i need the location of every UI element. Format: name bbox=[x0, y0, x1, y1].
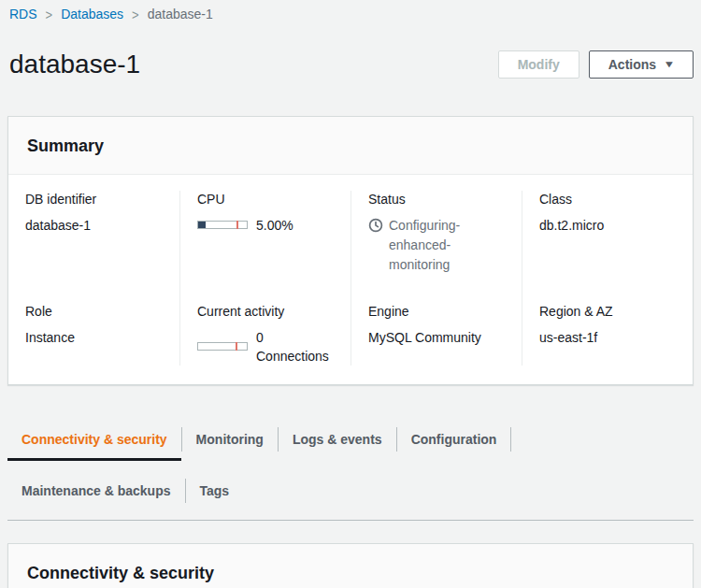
breadcrumb-separator-icon: > bbox=[132, 6, 139, 22]
status-value: Configuring-enhanced-monitoring bbox=[389, 216, 505, 275]
summary-field-engine: Engine MySQL Community bbox=[350, 303, 522, 366]
summary-field-cpu: CPU 5.00% bbox=[179, 191, 350, 303]
summary-field-db-identifier: DB identifier database-1 bbox=[8, 191, 179, 303]
cpu-meter bbox=[197, 221, 248, 229]
pending-clock-icon bbox=[368, 218, 383, 238]
cpu-meter-fill bbox=[198, 222, 206, 228]
tab-monitoring[interactable]: Monitoring bbox=[182, 419, 278, 461]
summary-grid: DB identifier database-1 CPU 5.00% Statu… bbox=[8, 175, 693, 384]
page-header: database-1 Modify Actions ▼ bbox=[9, 32, 694, 97]
field-value: database-1 bbox=[25, 216, 163, 235]
field-label: DB identifier bbox=[25, 191, 163, 208]
breadcrumb: RDS > Databases > database-1 bbox=[0, 0, 701, 22]
breadcrumb-link-rds[interactable]: RDS bbox=[9, 7, 37, 22]
field-label: CPU bbox=[197, 191, 334, 208]
summary-field-class: Class db.t2.micro bbox=[522, 191, 693, 303]
field-value: us-east-1f bbox=[539, 328, 676, 347]
field-label: Class bbox=[539, 191, 676, 208]
connections-meter bbox=[197, 342, 248, 351]
summary-field-region-az: Region & AZ us-east-1f bbox=[522, 303, 693, 366]
caret-down-icon: ▼ bbox=[664, 59, 676, 69]
tab-logs-events[interactable]: Logs & events bbox=[279, 419, 396, 461]
actions-button[interactable]: Actions ▼ bbox=[589, 50, 694, 79]
field-label: Region & AZ bbox=[539, 303, 676, 320]
tab-configuration[interactable]: Configuration bbox=[397, 419, 511, 461]
breadcrumb-link-databases[interactable]: Databases bbox=[61, 7, 123, 22]
field-label: Status bbox=[368, 191, 505, 208]
field-label: Role bbox=[25, 303, 163, 320]
actions-button-label: Actions bbox=[608, 57, 656, 72]
status-row: Configuring-enhanced-monitoring bbox=[368, 216, 505, 275]
tab-tags[interactable]: Tags bbox=[186, 475, 244, 507]
cpu-meter-threshold-tick bbox=[236, 221, 238, 229]
field-value: MySQL Community bbox=[368, 328, 505, 347]
tab-bar: Connectivity & security Monitoring Logs … bbox=[7, 419, 694, 521]
tab-row-1: Connectivity & security Monitoring Logs … bbox=[7, 419, 694, 461]
cpu-value: 5.00% bbox=[256, 216, 293, 235]
summary-field-role: Role Instance bbox=[8, 303, 179, 366]
field-label: Engine bbox=[368, 303, 505, 320]
connections-meter-row: 0 Connections bbox=[197, 328, 334, 366]
cpu-meter-row: 5.00% bbox=[197, 216, 334, 235]
field-label: Current activity bbox=[197, 303, 334, 320]
tab-maintenance-backups[interactable]: Maintenance & backups bbox=[7, 475, 185, 507]
field-value: db.t2.micro bbox=[539, 216, 676, 235]
connectivity-security-panel: Connectivity & security Endpoint & port … bbox=[7, 543, 694, 588]
tab-divider bbox=[510, 427, 511, 452]
connectivity-security-panel-title: Connectivity & security bbox=[8, 544, 693, 588]
field-value: Instance bbox=[25, 328, 163, 347]
tab-connectivity-security[interactable]: Connectivity & security bbox=[7, 419, 181, 461]
connections-value: 0 Connections bbox=[256, 328, 334, 366]
page-title: database-1 bbox=[9, 50, 498, 79]
summary-field-current-activity: Current activity 0 Connections bbox=[179, 303, 350, 366]
breadcrumb-current: database-1 bbox=[148, 7, 213, 22]
summary-panel-title: Summary bbox=[8, 117, 693, 175]
breadcrumb-separator-icon: > bbox=[46, 6, 53, 22]
modify-button[interactable]: Modify bbox=[498, 50, 579, 79]
summary-panel: Summary DB identifier database-1 CPU 5.0… bbox=[7, 116, 694, 385]
summary-field-status: Status Configuring-enhanced-monitoring bbox=[350, 191, 522, 303]
connections-meter-threshold-tick bbox=[236, 342, 237, 351]
tab-row-2: Maintenance & backups Tags bbox=[7, 475, 694, 507]
